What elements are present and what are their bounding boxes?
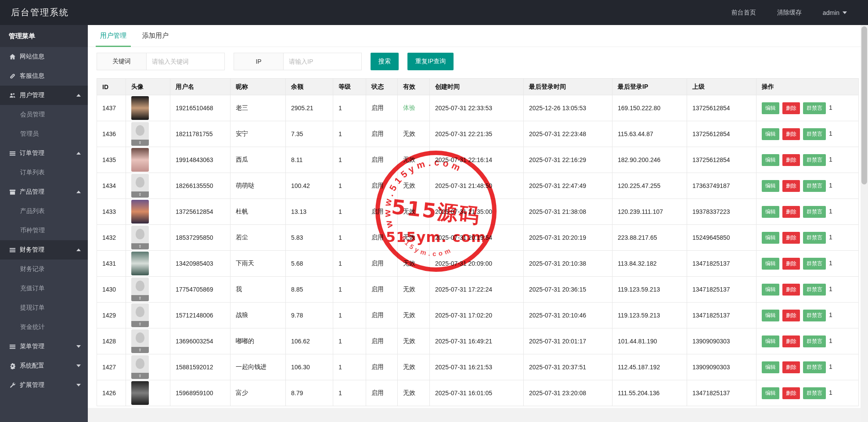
sidebar-item-withdraw-orders[interactable]: 提现订单 bbox=[0, 298, 88, 317]
tab-add-user[interactable]: 添加用户 bbox=[134, 25, 176, 47]
sidebar-item-user-mgmt[interactable]: 用户管理 bbox=[0, 86, 88, 105]
sidebar-item-label: 扩展管理 bbox=[20, 381, 44, 389]
group-mute-button[interactable]: 群禁言 bbox=[803, 128, 826, 140]
frontend-home-link[interactable]: 前台首页 bbox=[731, 9, 756, 17]
column-header: 状态 bbox=[366, 79, 398, 95]
group-mute-button[interactable]: 群禁言 bbox=[803, 206, 826, 218]
chevron-up-icon bbox=[76, 152, 81, 155]
sidebar-item-member-mgmt[interactable]: 会员管理 bbox=[0, 105, 88, 124]
edit-button[interactable]: 编辑 bbox=[762, 310, 779, 321]
duplicate-ip-button[interactable]: 重复IP查询 bbox=[407, 53, 454, 70]
sidebar-header: 管理菜单 bbox=[0, 25, 88, 47]
sidebar-item-order-list[interactable]: 订单列表 bbox=[0, 163, 88, 182]
group-mute-button[interactable]: 群禁言 bbox=[803, 284, 826, 296]
delete-button[interactable]: 删除 bbox=[782, 232, 800, 244]
mute-count: 1 bbox=[829, 156, 832, 163]
edit-button[interactable]: 编辑 bbox=[762, 232, 779, 244]
sidebar-item-currency-mgmt[interactable]: 币种管理 bbox=[0, 221, 88, 240]
cell-created: 2025-07-31 22:21:35 bbox=[430, 121, 524, 147]
edit-button[interactable]: 编辑 bbox=[762, 258, 779, 270]
cell-username: 15712148006 bbox=[170, 303, 231, 328]
keyword-input[interactable] bbox=[147, 53, 225, 70]
sidebar-item-finance-records[interactable]: 财务记录 bbox=[0, 260, 88, 279]
edit-button[interactable]: 编辑 bbox=[762, 180, 779, 192]
edit-button[interactable]: 编辑 bbox=[762, 387, 779, 399]
edit-button[interactable]: 编辑 bbox=[762, 361, 779, 373]
delete-button[interactable]: 删除 bbox=[782, 387, 800, 399]
search-toolbar: 关键词 IP 搜索 重复IP查询 bbox=[97, 53, 861, 70]
sidebar-item-recharge-orders[interactable]: 充值订单 bbox=[0, 279, 88, 298]
cell-nickname: 安宁 bbox=[231, 121, 286, 147]
sidebar-item-label: 订单管理 bbox=[20, 149, 44, 157]
cell-status: 启用 bbox=[366, 303, 398, 328]
sidebar-item-finance-mgmt[interactable]: 财务管理 bbox=[0, 240, 88, 260]
delete-button[interactable]: 删除 bbox=[782, 335, 800, 347]
sidebar-item-fund-stats[interactable]: 资金统计 bbox=[0, 317, 88, 337]
vertical-scrollbar[interactable] bbox=[861, 25, 868, 422]
edit-button[interactable]: 编辑 bbox=[762, 154, 779, 166]
group-mute-button[interactable]: 群禁言 bbox=[803, 232, 826, 244]
delete-button[interactable]: 删除 bbox=[782, 310, 800, 321]
group-mute-button[interactable]: 群禁言 bbox=[803, 154, 826, 166]
sidebar-item-system-config[interactable]: 系统配置 bbox=[0, 356, 88, 375]
search-button[interactable]: 搜索 bbox=[371, 53, 399, 70]
group-mute-button[interactable]: 群禁言 bbox=[803, 310, 826, 321]
group-mute-button[interactable]: 群禁言 bbox=[803, 387, 826, 399]
sidebar-item-product-mgmt[interactable]: 产品管理 bbox=[0, 182, 88, 202]
cell-last-login: 2025-07-31 20:10:46 bbox=[524, 303, 612, 328]
edit-button[interactable]: 编辑 bbox=[762, 128, 779, 140]
group-mute-button[interactable]: 群禁言 bbox=[803, 102, 826, 114]
cell-id: 1426 bbox=[97, 380, 126, 406]
delete-button[interactable]: 删除 bbox=[782, 206, 800, 218]
cell-nickname: 富少 bbox=[231, 380, 286, 406]
avatar bbox=[131, 252, 149, 275]
cell-last-ip: 111.55.204.136 bbox=[612, 380, 687, 406]
cell-actions: 编辑删除群禁言1 bbox=[756, 354, 859, 380]
cell-created: 2025-07-31 16:01:05 bbox=[430, 380, 524, 406]
cell-created: 2025-07-31 21:48:50 bbox=[430, 173, 524, 199]
group-mute-button[interactable]: 群禁言 bbox=[803, 361, 826, 373]
edit-button[interactable]: 编辑 bbox=[762, 284, 779, 296]
tab-user-management[interactable]: 用户管理 bbox=[92, 25, 134, 47]
sidebar-item-extension-mgmt[interactable]: 扩展管理 bbox=[0, 375, 88, 395]
table-row: 142615968959100富少8.791启用无效2025-07-31 16:… bbox=[97, 380, 859, 406]
avatar: ⇪ bbox=[131, 226, 149, 249]
group-mute-button[interactable]: 群禁言 bbox=[803, 258, 826, 270]
clear-cache-link[interactable]: 清除缓存 bbox=[777, 9, 802, 17]
user-menu[interactable]: admin bbox=[823, 9, 847, 16]
scrollbar-thumb[interactable] bbox=[861, 26, 867, 184]
cell-status: 启用 bbox=[366, 251, 398, 277]
cell-balance: 106.62 bbox=[286, 328, 333, 354]
cell-avatar bbox=[126, 380, 170, 406]
delete-button[interactable]: 删除 bbox=[782, 361, 800, 373]
sidebar-item-product-list[interactable]: 产品列表 bbox=[0, 202, 88, 221]
sidebar-item-service-info[interactable]: 客服信息 bbox=[0, 66, 88, 86]
ip-input[interactable] bbox=[284, 53, 362, 70]
delete-button[interactable]: 删除 bbox=[782, 128, 800, 140]
cell-status: 启用 bbox=[366, 277, 398, 303]
edit-button[interactable]: 编辑 bbox=[762, 206, 779, 218]
delete-button[interactable]: 删除 bbox=[782, 258, 800, 270]
delete-button[interactable]: 删除 bbox=[782, 154, 800, 166]
mute-count: 1 bbox=[829, 260, 832, 267]
chevron-up-icon bbox=[76, 249, 81, 251]
column-header: 余额 bbox=[286, 79, 333, 95]
cell-parent: 13471825137 bbox=[687, 277, 756, 303]
sidebar-item-site-info[interactable]: 网站信息 bbox=[0, 47, 88, 66]
table-row: 1427⇪15881592012一起向钱进106.301启用无效2025-07-… bbox=[97, 354, 859, 380]
cell-actions: 编辑删除群禁言1 bbox=[756, 95, 859, 121]
delete-button[interactable]: 删除 bbox=[782, 180, 800, 192]
group-mute-button[interactable]: 群禁言 bbox=[803, 180, 826, 192]
cell-valid: 无效 bbox=[398, 277, 430, 303]
delete-button[interactable]: 删除 bbox=[782, 102, 800, 114]
cell-created: 2025-07-31 17:02:20 bbox=[430, 303, 524, 328]
sidebar-item-menu-mgmt[interactable]: 菜单管理 bbox=[0, 337, 88, 356]
sidebar-item-admins[interactable]: 管理员 bbox=[0, 124, 88, 144]
edit-button[interactable]: 编辑 bbox=[762, 102, 779, 114]
cell-created: 2025-07-31 20:09:00 bbox=[430, 251, 524, 277]
delete-button[interactable]: 删除 bbox=[782, 284, 800, 296]
edit-button[interactable]: 编辑 bbox=[762, 335, 779, 347]
sidebar-item-order-mgmt[interactable]: 订单管理 bbox=[0, 144, 88, 163]
group-mute-button[interactable]: 群禁言 bbox=[803, 335, 826, 347]
cell-last-ip: 169.150.222.80 bbox=[612, 95, 687, 121]
